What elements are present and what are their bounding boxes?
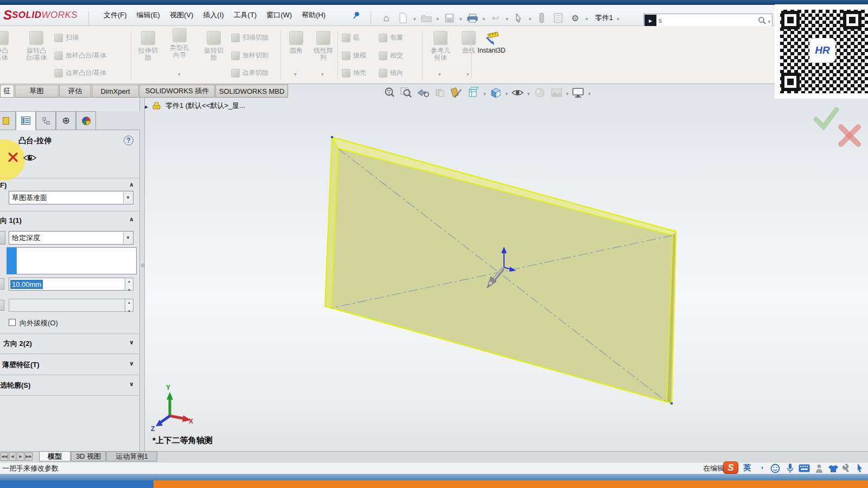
tab-solidworks-addins[interactable]: SOLIDWORKS 插件 <box>139 85 215 98</box>
ime-toolbox-person-icon[interactable] <box>815 464 824 473</box>
direction-selection-box[interactable] <box>16 247 137 274</box>
previous-view-icon[interactable] <box>416 86 430 99</box>
pin-menu-icon[interactable] <box>352 11 360 21</box>
menu-item-help[interactable]: 帮助(H) <box>297 10 330 20</box>
tab-propertymanager[interactable] <box>16 111 36 130</box>
revolved-boss-base-button[interactable]: 旋转凸台/基体 <box>21 31 52 61</box>
tab-solidworks-mbd[interactable]: SOLIDWORKS MBD <box>215 85 288 98</box>
document-name[interactable]: 零件1 <box>595 13 613 23</box>
apply-scene-icon[interactable] <box>550 86 564 99</box>
settings-gear-icon[interactable] <box>569 11 582 24</box>
menu-item-window[interactable]: 窗口(W) <box>261 10 297 20</box>
mirror-button[interactable]: 镜向 <box>379 68 403 78</box>
rebuild-icon[interactable] <box>535 11 548 24</box>
sogou-ime-logo[interactable]: S <box>723 461 738 474</box>
select-dropdown-icon[interactable] <box>529 14 532 22</box>
ime-microphone-icon[interactable] <box>787 463 794 473</box>
ime-language-toggle[interactable]: 英 <box>743 463 751 473</box>
tree-root-label[interactable]: 零件1 (默认<<默认>_显... <box>165 101 245 111</box>
linear-pattern-button[interactable]: 线性阵列 <box>308 31 339 61</box>
graphics-viewport[interactable] <box>140 84 868 451</box>
from-collapse-icon[interactable] <box>129 181 134 188</box>
tab-3d-views[interactable]: 3D 视图 <box>71 451 106 461</box>
reverse-direction-button[interactable] <box>0 231 5 245</box>
display-style-icon[interactable] <box>489 86 503 99</box>
thin-feature-expand-icon[interactable] <box>129 360 134 367</box>
menu-item-insert[interactable]: 插入(I) <box>198 10 228 20</box>
tab-sketch[interactable]: 草图 <box>15 85 59 98</box>
document-dropdown-icon[interactable] <box>617 14 620 22</box>
new-dropdown-icon[interactable] <box>413 14 416 22</box>
tab-featuremanager-tree[interactable] <box>0 111 16 130</box>
search-input[interactable] <box>659 17 758 24</box>
wrap-button[interactable]: 包覆 <box>379 33 403 42</box>
depth-field[interactable]: 10.00mm <box>9 278 133 291</box>
dropdown-arrow-icon[interactable] <box>123 192 132 203</box>
view-settings-dropdown-icon[interactable] <box>588 89 591 97</box>
dropdown-arrow-icon[interactable] <box>123 232 132 243</box>
hole-wizard-button[interactable]: 异型孔向导 <box>164 28 195 59</box>
tab-motion-study[interactable]: 运动算例1 <box>106 451 157 461</box>
open-dropdown-icon[interactable] <box>437 14 439 22</box>
tab-features[interactable]: 征 <box>0 85 14 98</box>
zoom-to-fit-icon[interactable] <box>382 86 397 99</box>
ime-cursor-icon[interactable] <box>856 463 864 473</box>
save-icon[interactable] <box>443 11 456 24</box>
hole-wizard-dropdown-icon[interactable] <box>178 72 181 77</box>
pm-help-icon[interactable]: ? <box>124 136 133 145</box>
undo-dropdown-icon[interactable] <box>506 14 508 22</box>
ime-emoji-icon[interactable] <box>770 464 780 473</box>
tree-expand-icon[interactable] <box>144 102 148 110</box>
undo-icon[interactable] <box>489 11 502 24</box>
view-orientation-icon[interactable] <box>467 86 481 99</box>
extruded-cut-button[interactable]: 拉伸切除 <box>133 31 163 61</box>
pm-section-thin-feature[interactable]: 薄壁特征(T) <box>2 360 40 370</box>
hide-show-dropdown-icon[interactable] <box>527 89 530 97</box>
depth-spinner[interactable] <box>125 278 133 291</box>
save-dropdown-icon[interactable] <box>459 14 462 22</box>
splitter-handle-dot[interactable] <box>141 264 145 267</box>
ime-keyboard-icon[interactable] <box>799 464 810 472</box>
shell-button[interactable]: 抽壳 <box>342 68 366 78</box>
tab-configurationmanager[interactable] <box>36 111 56 130</box>
curves-dropdown-icon[interactable] <box>467 72 469 77</box>
nav-first-icon[interactable]: ◀◀ <box>1 452 8 461</box>
select-cursor-icon[interactable] <box>512 11 525 24</box>
extruded-boss-base-button[interactable]: 伸凸基体 <box>0 31 17 61</box>
pm-section-direction1[interactable]: 向 1(1) <box>0 216 22 226</box>
selected-contours-expand-icon[interactable] <box>129 381 134 388</box>
view-settings-icon[interactable] <box>571 86 585 99</box>
ime-skin-icon[interactable] <box>828 464 839 473</box>
menu-item-view[interactable]: 视图(V) <box>165 10 198 20</box>
pm-section-direction2[interactable]: 方向 2(2) <box>3 339 32 349</box>
options-list-icon[interactable] <box>552 11 565 24</box>
tab-dimxpert[interactable]: DimXpert <box>92 85 139 98</box>
settings-dropdown-icon[interactable] <box>585 14 588 22</box>
display-style-dropdown-icon[interactable] <box>506 89 508 97</box>
boundary-cut-button[interactable]: 边界切除 <box>231 68 269 78</box>
draft-outward-label[interactable]: 向外拔模(O) <box>20 318 58 328</box>
feature-tree-root[interactable]: 零件1 (默认<<默认>_显... <box>144 101 245 111</box>
boundary-boss-button[interactable]: 边界凸台/基体 <box>54 68 106 78</box>
reference-geometry-dropdown-icon[interactable] <box>438 72 441 77</box>
view-orientation-dropdown-icon[interactable] <box>483 89 486 97</box>
home-icon[interactable] <box>380 11 393 24</box>
fillet-dropdown-icon[interactable] <box>294 72 297 77</box>
pm-preview-eye-icon[interactable] <box>23 153 37 162</box>
rotate-view-icon[interactable] <box>433 86 447 99</box>
reference-geometry-button[interactable]: 参考几何体 <box>425 31 456 61</box>
nav-prev-icon[interactable]: ◀ <box>9 452 16 461</box>
print-icon[interactable] <box>466 11 479 24</box>
pm-cancel-icon[interactable] <box>8 152 18 163</box>
search-magnifier-icon[interactable] <box>758 16 767 25</box>
ime-punctuation-toggle[interactable]: ， <box>758 461 766 471</box>
print-dropdown-icon[interactable] <box>483 14 486 22</box>
open-icon[interactable] <box>420 11 433 24</box>
sweep-button[interactable]: 扫描 <box>54 33 79 42</box>
nav-next-icon[interactable]: ▶ <box>17 452 24 461</box>
zoom-to-area-icon[interactable] <box>399 86 413 99</box>
new-document-icon[interactable] <box>397 11 410 24</box>
pm-section-selected-contours[interactable]: 选轮廓(S) <box>0 381 30 390</box>
panel-splitter[interactable] <box>140 98 145 451</box>
menu-item-file[interactable]: 文件(F) <box>99 10 132 20</box>
